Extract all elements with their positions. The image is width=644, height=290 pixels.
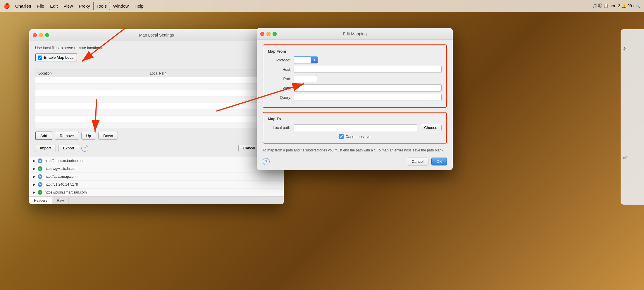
edit-maximize-button[interactable] [273, 32, 277, 36]
close-button[interactable] [33, 33, 37, 37]
edit-minimize-button[interactable] [266, 32, 271, 36]
host-input[interactable] [294, 66, 442, 73]
right-edge-text: Ve [623, 47, 626, 51]
expand-icon: ▶ [33, 167, 35, 171]
protocol-row: Protocol: ▼ [268, 56, 442, 63]
table-row [35, 109, 278, 116]
map-local-description: Use local files to serve remote location… [35, 46, 278, 50]
choose-button[interactable]: Choose [420, 124, 442, 131]
list-item[interactable]: ▶ s https://gw.alicdn.com [29, 165, 284, 173]
port-input[interactable] [294, 75, 317, 82]
query-input[interactable] [294, 94, 442, 101]
menubar-file[interactable]: File [34, 2, 47, 10]
map-local-content: Use local files to serve remote location… [29, 41, 284, 157]
table-row [35, 103, 278, 109]
edit-mapping-window: Edit Mapping Map From Protocol: ▼ Host: … [257, 28, 453, 170]
enable-map-local-checkbox[interactable] [38, 56, 42, 60]
case-sensitive-row: Case-sensitive [268, 134, 442, 139]
dialog-help-button[interactable]: ? [263, 158, 270, 165]
list-item[interactable]: ▶ h http://61.240.147.178 [29, 181, 284, 189]
list-item[interactable]: ▶ h http://amdc.m.taobao.com [29, 157, 284, 165]
url-text: http://61.240.147.178 [45, 182, 78, 187]
local-path-input[interactable] [294, 124, 417, 131]
list-item[interactable]: ▶ s https://push.smartisan.com [29, 189, 284, 196]
port-row: Port: [268, 75, 442, 82]
expand-icon: ▶ [33, 159, 35, 163]
remove-button[interactable]: Remove [55, 132, 79, 140]
map-from-label: Map From [268, 49, 442, 53]
enable-map-local-label: Enable Map Local [44, 55, 74, 60]
edit-mapping-titlebar: Edit Mapping [257, 28, 453, 40]
menubar-window[interactable]: Window [110, 2, 132, 10]
col-location: Location [35, 70, 147, 77]
dialog-buttons-row: ? Cancel OK [263, 158, 447, 165]
protocol-input[interactable] [294, 56, 311, 63]
export-button[interactable]: Export [58, 144, 79, 152]
expand-icon: ▶ [33, 175, 35, 179]
hint-text: To map from a path and its subdirectorie… [263, 148, 447, 153]
map-from-section: Map From Protocol: ▼ Host: Port: Path: [263, 44, 447, 108]
query-row: Query: [268, 94, 442, 101]
path-input[interactable] [294, 84, 442, 92]
up-button[interactable]: Up [81, 132, 96, 140]
table-row [35, 122, 278, 129]
traffic-lights-edit [260, 32, 277, 36]
edit-mapping-title: Edit Mapping [343, 32, 367, 36]
action-buttons-row: Add Remove Up Down [35, 132, 278, 140]
menubar-charles[interactable]: Charles [12, 2, 34, 10]
add-button[interactable]: Add [35, 132, 52, 140]
menubar-view[interactable]: View [61, 2, 76, 10]
expand-icon: ▶ [33, 190, 35, 194]
edit-close-button[interactable] [260, 32, 264, 36]
path-label: Path: [268, 86, 291, 90]
import-button[interactable]: Import [35, 144, 56, 152]
menubar-edit[interactable]: Edit [47, 2, 61, 10]
menubar-proxy[interactable]: Proxy [76, 2, 93, 10]
menubar-tools[interactable]: Tools [93, 2, 110, 10]
enable-map-local-row[interactable]: Enable Map Local [35, 53, 77, 61]
map-local-titlebar: Map Local Settings [29, 29, 284, 41]
protocol-label: Protocol: [268, 58, 291, 62]
http-icon: h [38, 174, 42, 179]
help-button[interactable]: ? [81, 145, 88, 152]
edit-mapping-content: Map From Protocol: ▼ Host: Port: Path: [257, 40, 453, 170]
map-local-table: Location Local Path [35, 70, 278, 129]
right-edge-text2: m( [623, 156, 627, 159]
map-to-label: Map To [268, 117, 442, 121]
host-row: Host: [268, 66, 442, 73]
maximize-button[interactable] [45, 33, 49, 37]
host-label: Host: [268, 67, 291, 72]
protocol-select-wrapper: ▼ [294, 56, 318, 63]
protocol-dropdown-arrow[interactable]: ▼ [311, 56, 318, 63]
traffic-lights [33, 33, 49, 37]
minimize-button[interactable] [39, 33, 43, 37]
path-row: Path: [268, 84, 442, 92]
local-path-label: Local path: [268, 125, 291, 130]
menubar-status-icons: 🎵 ⓗ 📋 m 2 🔔 99+ 🔍 [592, 3, 640, 8]
query-label: Query: [268, 95, 291, 100]
http-icon: h [38, 182, 42, 187]
case-sensitive-checkbox[interactable] [339, 134, 344, 139]
https-icon: s [38, 166, 42, 171]
url-text: https://push.smartisan.com [45, 190, 87, 194]
tab-raw[interactable]: Raw [52, 197, 69, 204]
map-to-section: Map To Local path: Choose Case-sensitive [263, 112, 447, 144]
local-path-row: Local path: Choose [268, 124, 442, 131]
dialog-cancel-button[interactable]: Cancel [407, 158, 428, 165]
menubar-help[interactable]: Help [132, 2, 147, 10]
map-local-window: Map Local Settings Use local files to se… [29, 29, 284, 204]
url-text: http://amdc.m.taobao.com [45, 159, 85, 163]
table-row [35, 96, 278, 103]
down-button[interactable]: Down [98, 132, 118, 140]
apple-menu[interactable]: 🍎 [4, 3, 10, 9]
dialog-ok-button[interactable]: OK [431, 158, 447, 165]
table-row [35, 116, 278, 122]
url-text: http://aps.amap.com [45, 175, 77, 179]
tab-headers[interactable]: Headers [29, 197, 52, 204]
bottom-buttons-row: Import Export ? Cancel OK [35, 144, 278, 152]
table-row [35, 77, 278, 84]
url-text: https://gw.alicdn.com [45, 167, 77, 171]
map-local-title: Map Local Settings [139, 33, 174, 37]
right-edge-window: Ve m( [621, 29, 644, 205]
list-item[interactable]: ▶ h http://aps.amap.com [29, 173, 284, 181]
